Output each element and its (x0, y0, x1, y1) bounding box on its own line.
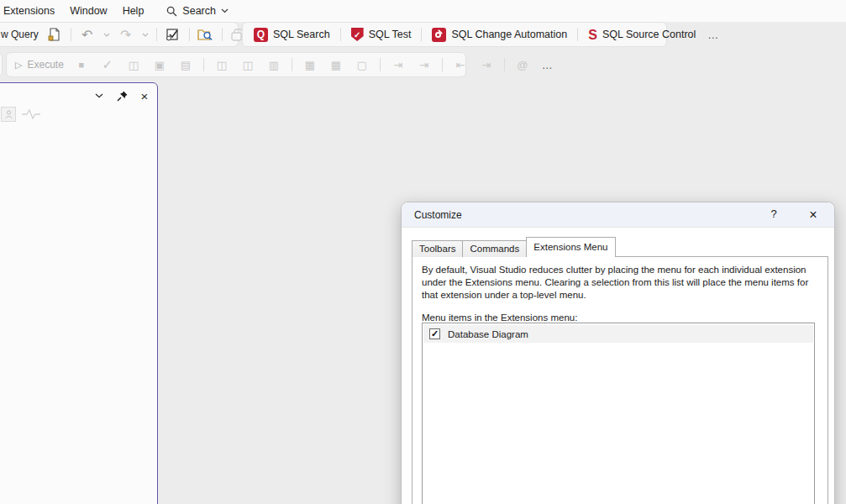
separator (577, 28, 578, 41)
chevron-down-icon (221, 8, 229, 13)
execute-toolbar-group: ▷ Execute ■ ✓ ◫ ▣ ▤ ◫ ◫ ▥ ▦ ▦ ▢ ⇥ ⇥ ⇤ ⇥ … (6, 52, 466, 77)
search-menu[interactable]: Search (161, 2, 234, 20)
search-icon (166, 6, 177, 17)
sql-extensions-toolbar-group: Q SQL Search ✓ SQL Test SQL Change Autom… (242, 22, 667, 47)
results-pane-icon[interactable]: ▤ (177, 56, 194, 73)
separator (189, 28, 190, 41)
execute-label: Execute (27, 59, 63, 71)
sql-source-control-button[interactable]: S SQL Source Control (586, 28, 698, 42)
menu-help[interactable]: Help (115, 1, 152, 21)
toolbar-row-1: w Query ↶ ↷ … (0, 22, 846, 52)
tool-window: × (0, 82, 158, 504)
tab-commands[interactable]: Commands (462, 240, 527, 257)
copy-results-icon[interactable]: ▥ (265, 56, 282, 73)
pin-icon[interactable] (114, 88, 129, 103)
dialog-titlebar[interactable]: Customize ? × (402, 202, 834, 228)
increase-indent-icon[interactable]: ⇥ (478, 56, 495, 73)
tool-window-toolbar (1, 107, 40, 122)
redo-icon[interactable]: ↷ (118, 26, 134, 43)
uncomment-lines-icon[interactable]: ⇥ (416, 56, 433, 73)
sql-change-automation-icon (432, 28, 446, 42)
server-object-icon[interactable] (1, 107, 16, 122)
extensions-menu-list[interactable]: ✓ Database Diagram (422, 323, 815, 504)
search-label: Search (182, 5, 216, 17)
decrease-indent-icon[interactable]: ⇤ (452, 56, 469, 73)
separator (203, 58, 204, 71)
sql-change-automation-button[interactable]: SQL Change Automation (429, 28, 570, 42)
results-to-grid-icon[interactable]: ▦ (328, 56, 344, 73)
list-item[interactable]: ✓ Database Diagram (423, 325, 813, 343)
separator (222, 28, 223, 41)
validate-query-icon[interactable] (165, 26, 181, 43)
clipped-toolbar-group (0, 52, 3, 77)
query-options-icon[interactable]: ▣ (151, 56, 168, 73)
toolbar-row-2: ▷ Execute ■ ✓ ◫ ▣ ▤ ◫ ◫ ▥ ▦ ▦ ▢ ⇥ ⇥ ⇤ ⇥ … (0, 52, 846, 81)
redo-dropdown-icon[interactable] (142, 33, 149, 37)
browse-folder-search-icon[interactable] (197, 26, 214, 43)
new-query-document-icon[interactable] (46, 26, 63, 43)
undo-icon[interactable]: ↶ (79, 26, 96, 43)
separator (380, 58, 381, 71)
customize-dialog: Customize ? × Toolbars Commands Extensio… (401, 202, 835, 504)
display-estimated-plan-icon[interactable]: ◫ (125, 56, 142, 73)
menu-window[interactable]: Window (62, 1, 114, 21)
separator (71, 28, 71, 41)
sql-search-label: SQL Search (273, 29, 330, 40)
include-actual-plan-icon[interactable]: ◫ (213, 56, 230, 73)
sql-search-button[interactable]: Q SQL Search (251, 28, 333, 42)
sql-search-icon: Q (254, 28, 268, 42)
sql-test-icon: ✓ (351, 28, 364, 41)
window-position-chevron-icon[interactable] (92, 88, 107, 103)
activity-pulse-icon[interactable] (22, 108, 40, 120)
extensions-list-label: Menu items in the Extensions menu: (422, 312, 828, 323)
editor-area: × Customize ? × Toolbars Commands E (0, 81, 846, 504)
dialog-close-button[interactable]: × (804, 206, 822, 224)
app-window: Extensions Window Help Search w Query ↶ … (0, 0, 846, 504)
close-icon[interactable]: × (137, 88, 152, 103)
separator (421, 28, 422, 41)
execute-button[interactable]: ▷ Execute (15, 59, 64, 71)
play-icon: ▷ (15, 60, 22, 71)
results-to-text-icon[interactable]: ▦ (302, 56, 318, 73)
sql-source-control-icon: S (588, 28, 597, 42)
menu-extensions[interactable]: Extensions (0, 1, 62, 21)
parse-query-icon[interactable]: ✓ (99, 56, 116, 73)
undo-dropdown-icon[interactable] (103, 33, 110, 37)
specify-values-icon[interactable]: @ (514, 56, 531, 73)
include-live-statistics-icon[interactable]: ◫ (239, 56, 256, 73)
extensions-menu-tab-panel: By default, Visual Studio reduces clutte… (412, 256, 828, 504)
sql-test-button[interactable]: ✓ SQL Test (349, 28, 414, 41)
query-toolbar-group: w Query ↶ ↷ … (0, 22, 239, 47)
separator (292, 58, 292, 71)
dialog-help-button[interactable]: ? (765, 207, 782, 223)
dialog-title: Customize (414, 209, 462, 221)
database-diagram-checkbox[interactable]: ✓ (429, 328, 440, 339)
separator (156, 28, 157, 41)
results-to-file-icon[interactable]: ▢ (354, 56, 370, 73)
separator (504, 58, 505, 71)
menu-bar: Extensions Window Help Search (0, 0, 846, 22)
comment-lines-icon[interactable]: ⇥ (390, 56, 407, 73)
toolbar-overflow-button[interactable]: … (540, 59, 555, 71)
sql-test-label: SQL Test (369, 29, 412, 40)
tab-extensions-menu[interactable]: Extensions Menu (526, 237, 615, 257)
stop-execution-icon[interactable]: ■ (73, 56, 90, 73)
sql-source-control-label: SQL Source Control (602, 29, 696, 40)
dialog-description: By default, Visual Studio reduces clutte… (422, 264, 813, 302)
tab-toolbars[interactable]: Toolbars (412, 240, 463, 257)
separator (442, 58, 443, 71)
dialog-tabs: Toolbars Commands Extensions Menu (412, 237, 615, 257)
tool-window-header: × (92, 88, 152, 103)
separator (340, 28, 341, 41)
toolbar-overflow-button[interactable]: … (706, 29, 721, 41)
sql-change-automation-label: SQL Change Automation (451, 29, 567, 40)
new-query-label[interactable]: w Query (1, 29, 39, 40)
list-item-label: Database Diagram (448, 329, 528, 339)
